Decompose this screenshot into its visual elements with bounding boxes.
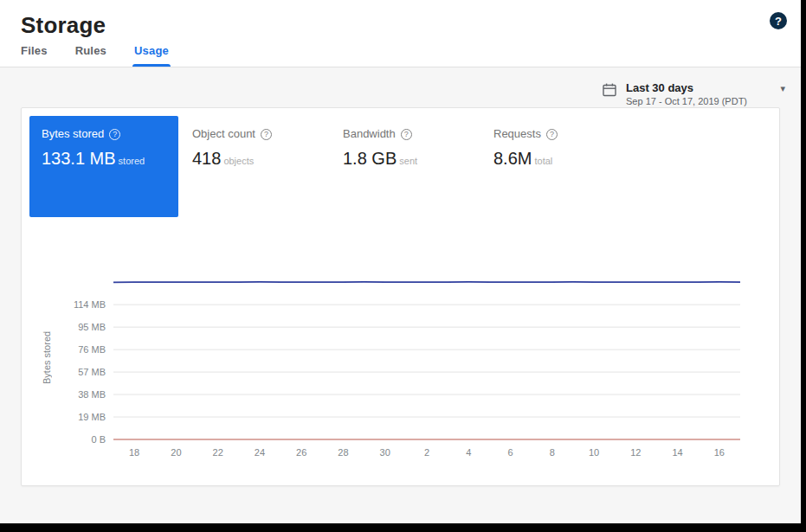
tab-files[interactable]: Files xyxy=(10,44,58,67)
svg-text:14: 14 xyxy=(672,447,682,458)
svg-text:38 MB: 38 MB xyxy=(78,389,106,400)
svg-text:76 MB: 76 MB xyxy=(78,344,106,355)
help-icon[interactable]: ? xyxy=(770,12,787,29)
metric-cards: Bytes stored ? 133.1 MBstored Object cou… xyxy=(22,108,779,225)
caret-down-icon: ▾ xyxy=(780,83,785,94)
svg-text:12: 12 xyxy=(630,447,641,458)
tab-usage[interactable]: Usage xyxy=(124,44,179,67)
svg-text:22: 22 xyxy=(213,447,223,458)
date-range-text: Last 30 days Sep 17 - Oct 17, 2019 (PDT) xyxy=(626,81,771,108)
svg-text:0 B: 0 B xyxy=(91,434,106,445)
svg-text:95 MB: 95 MB xyxy=(78,322,106,332)
metric-card-bandwidth[interactable]: Bandwidth ? 1.8 GBsent xyxy=(331,116,480,169)
page-header: Storage ? xyxy=(0,0,801,38)
date-range-detail: Sep 17 - Oct 17, 2019 (PDT) xyxy=(626,95,771,108)
help-circle-icon: ? xyxy=(109,129,120,140)
metric-value: 418 xyxy=(192,149,221,168)
help-circle-icon: ? xyxy=(546,129,558,140)
svg-text:24: 24 xyxy=(255,447,265,458)
screen: Storage ? Files Rules Usage xyxy=(0,0,806,532)
metric-value: 133.1 MB xyxy=(42,149,116,168)
date-range-label: Last 30 days xyxy=(626,81,771,95)
tab-rules[interactable]: Rules xyxy=(65,44,117,67)
metric-card-requests[interactable]: Requests ? 8.6Mtotal xyxy=(481,116,630,169)
page-title: Storage xyxy=(21,12,780,39)
calendar-icon xyxy=(602,82,617,98)
svg-text:20: 20 xyxy=(171,447,181,458)
date-range-selector[interactable]: Last 30 days Sep 17 - Oct 17, 2019 (PDT)… xyxy=(602,81,785,104)
metric-value: 1.8 GB xyxy=(343,149,397,168)
date-range-row: Last 30 days Sep 17 - Oct 17, 2019 (PDT)… xyxy=(16,67,785,104)
metric-label: Object count xyxy=(192,127,255,141)
usage-chart-section: Bytes stored 0 B19 MB38 MB57 MB76 MB95 M… xyxy=(37,275,779,464)
metric-value: 8.6M xyxy=(493,149,532,168)
svg-text:8: 8 xyxy=(550,447,555,458)
usage-chart: 0 B19 MB38 MB57 MB76 MB95 MB114 MB182022… xyxy=(56,275,749,464)
metric-unit: objects xyxy=(223,156,254,166)
svg-text:26: 26 xyxy=(296,447,306,458)
svg-text:28: 28 xyxy=(338,447,348,458)
storage-page: Storage ? Files Rules Usage xyxy=(0,0,801,523)
tab-bar: Files Rules Usage xyxy=(0,38,801,67)
svg-text:30: 30 xyxy=(380,447,390,458)
metric-unit: sent xyxy=(399,156,417,166)
metric-card-bytes-stored[interactable]: Bytes stored ? 133.1 MBstored xyxy=(29,116,178,217)
metric-unit: stored xyxy=(119,156,145,166)
svg-text:57 MB: 57 MB xyxy=(78,367,106,377)
svg-text:4: 4 xyxy=(466,447,471,458)
svg-text:16: 16 xyxy=(714,447,725,458)
svg-text:2: 2 xyxy=(424,447,429,458)
metric-unit: total xyxy=(534,156,552,166)
svg-text:114 MB: 114 MB xyxy=(74,299,106,310)
y-axis-title: Bytes stored xyxy=(37,275,56,439)
svg-text:19 MB: 19 MB xyxy=(78,412,106,422)
svg-text:18: 18 xyxy=(129,447,139,458)
metric-label: Requests xyxy=(493,127,541,141)
help-circle-icon: ? xyxy=(401,129,412,140)
metric-label: Bandwidth xyxy=(343,127,396,141)
svg-text:6: 6 xyxy=(507,447,513,458)
help-circle-icon: ? xyxy=(261,129,272,140)
metric-label: Bytes stored xyxy=(42,127,104,141)
svg-text:10: 10 xyxy=(589,447,599,458)
metric-card-object-count[interactable]: Object count ? 418objects xyxy=(180,116,329,169)
usage-panel: Bytes stored ? 133.1 MBstored Object cou… xyxy=(21,107,780,486)
content-area: Last 30 days Sep 17 - Oct 17, 2019 (PDT)… xyxy=(0,67,801,523)
